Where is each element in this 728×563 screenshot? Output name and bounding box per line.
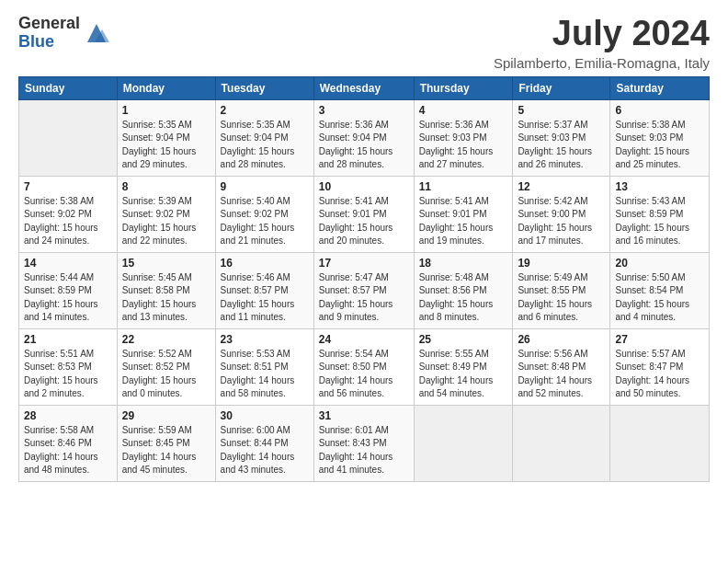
day-detail: Sunrise: 6:01 AM Sunset: 8:43 PM Dayligh…: [319, 424, 409, 477]
day-number: 31: [319, 409, 409, 422]
weekday-header-cell: Friday: [513, 76, 610, 99]
day-detail: Sunrise: 5:36 AM Sunset: 9:03 PM Dayligh…: [419, 119, 508, 172]
day-detail: Sunrise: 5:37 AM Sunset: 9:03 PM Dayligh…: [518, 119, 605, 172]
calendar-cell: 22Sunrise: 5:52 AM Sunset: 8:52 PM Dayli…: [117, 328, 215, 405]
calendar-cell: 24Sunrise: 5:54 AM Sunset: 8:50 PM Dayli…: [313, 328, 414, 405]
calendar-cell: 11Sunrise: 5:41 AM Sunset: 9:01 PM Dayli…: [414, 176, 513, 252]
weekday-header-cell: Sunday: [19, 76, 118, 99]
day-detail: Sunrise: 5:54 AM Sunset: 8:50 PM Dayligh…: [319, 348, 409, 401]
day-number: 30: [221, 409, 309, 422]
day-detail: Sunrise: 5:38 AM Sunset: 9:02 PM Dayligh…: [24, 195, 112, 248]
day-detail: Sunrise: 5:57 AM Sunset: 8:47 PM Dayligh…: [615, 348, 704, 401]
calendar-cell: 7Sunrise: 5:38 AM Sunset: 9:02 PM Daylig…: [19, 176, 118, 252]
calendar-cell: 16Sunrise: 5:46 AM Sunset: 8:57 PM Dayli…: [215, 252, 313, 328]
day-number: 19: [518, 257, 605, 270]
calendar-cell: 18Sunrise: 5:48 AM Sunset: 8:56 PM Dayli…: [414, 252, 513, 328]
calendar-cell: 2Sunrise: 5:35 AM Sunset: 9:04 PM Daylig…: [215, 99, 313, 176]
day-number: 24: [319, 333, 409, 346]
day-number: 15: [122, 257, 210, 270]
day-number: 13: [615, 180, 704, 193]
day-number: 23: [221, 333, 309, 346]
day-number: 26: [518, 333, 605, 346]
day-detail: Sunrise: 5:36 AM Sunset: 9:04 PM Dayligh…: [319, 119, 409, 172]
day-detail: Sunrise: 5:41 AM Sunset: 9:01 PM Dayligh…: [419, 195, 508, 248]
calendar-page: General Blue July 2024 Spilamberto, Emil…: [0, 0, 728, 497]
calendar-cell: 9Sunrise: 5:40 AM Sunset: 9:02 PM Daylig…: [215, 176, 313, 252]
calendar-cell: 5Sunrise: 5:37 AM Sunset: 9:03 PM Daylig…: [513, 99, 610, 176]
weekday-header-cell: Monday: [117, 76, 215, 99]
day-number: 27: [615, 333, 704, 346]
day-number: 8: [122, 180, 210, 193]
calendar-cell: 14Sunrise: 5:44 AM Sunset: 8:59 PM Dayli…: [19, 252, 118, 328]
day-detail: Sunrise: 5:52 AM Sunset: 8:52 PM Dayligh…: [122, 348, 210, 401]
calendar-cell: 26Sunrise: 5:56 AM Sunset: 8:48 PM Dayli…: [513, 328, 610, 405]
calendar-cell: 27Sunrise: 5:57 AM Sunset: 8:47 PM Dayli…: [610, 328, 710, 405]
calendar-cell: 19Sunrise: 5:49 AM Sunset: 8:55 PM Dayli…: [513, 252, 610, 328]
calendar-cell: 13Sunrise: 5:43 AM Sunset: 8:59 PM Dayli…: [610, 176, 710, 252]
logo-general-text: General: [18, 15, 80, 33]
day-detail: Sunrise: 5:58 AM Sunset: 8:46 PM Dayligh…: [24, 424, 112, 477]
day-number: 2: [221, 104, 309, 117]
title-block: July 2024 Spilamberto, Emilia-Romagna, I…: [494, 15, 710, 71]
header: General Blue July 2024 Spilamberto, Emil…: [18, 15, 710, 71]
day-number: 9: [221, 180, 309, 193]
calendar-cell: 31Sunrise: 6:01 AM Sunset: 8:43 PM Dayli…: [313, 405, 414, 481]
day-number: 17: [319, 257, 409, 270]
day-detail: Sunrise: 5:43 AM Sunset: 8:59 PM Dayligh…: [615, 195, 704, 248]
day-detail: Sunrise: 5:50 AM Sunset: 8:54 PM Dayligh…: [615, 271, 704, 325]
day-detail: Sunrise: 5:47 AM Sunset: 8:57 PM Dayligh…: [319, 271, 409, 325]
day-number: 25: [419, 333, 508, 346]
day-number: 22: [122, 333, 210, 346]
calendar-cell: 21Sunrise: 5:51 AM Sunset: 8:53 PM Dayli…: [19, 328, 118, 405]
day-detail: Sunrise: 5:40 AM Sunset: 9:02 PM Dayligh…: [221, 195, 309, 248]
calendar-cell: [513, 405, 610, 481]
day-number: 7: [24, 180, 112, 193]
day-detail: Sunrise: 5:48 AM Sunset: 8:56 PM Dayligh…: [419, 271, 508, 325]
calendar-cell: 15Sunrise: 5:45 AM Sunset: 8:58 PM Dayli…: [117, 252, 215, 328]
day-number: 12: [518, 180, 605, 193]
day-detail: Sunrise: 5:46 AM Sunset: 8:57 PM Dayligh…: [221, 271, 309, 325]
calendar-cell: [414, 405, 513, 481]
day-number: 10: [319, 180, 409, 193]
logo-icon: [84, 20, 109, 46]
calendar-cell: 25Sunrise: 5:55 AM Sunset: 8:49 PM Dayli…: [414, 328, 513, 405]
day-detail: Sunrise: 5:39 AM Sunset: 9:02 PM Dayligh…: [122, 195, 210, 248]
calendar-week-row: 14Sunrise: 5:44 AM Sunset: 8:59 PM Dayli…: [19, 252, 710, 328]
location-title: Spilamberto, Emilia-Romagna, Italy: [494, 55, 710, 71]
weekday-header-cell: Thursday: [414, 76, 513, 99]
calendar-cell: 6Sunrise: 5:38 AM Sunset: 9:03 PM Daylig…: [610, 99, 710, 176]
logo-blue-text: Blue: [18, 33, 80, 52]
day-number: 4: [419, 104, 508, 117]
day-detail: Sunrise: 5:35 AM Sunset: 9:04 PM Dayligh…: [221, 119, 309, 172]
calendar-cell: 3Sunrise: 5:36 AM Sunset: 9:04 PM Daylig…: [313, 99, 414, 176]
calendar-cell: 17Sunrise: 5:47 AM Sunset: 8:57 PM Dayli…: [313, 252, 414, 328]
day-detail: Sunrise: 5:41 AM Sunset: 9:01 PM Dayligh…: [319, 195, 409, 248]
day-detail: Sunrise: 5:55 AM Sunset: 8:49 PM Dayligh…: [419, 348, 508, 401]
day-number: 29: [122, 409, 210, 422]
calendar-cell: [19, 99, 118, 176]
day-detail: Sunrise: 5:51 AM Sunset: 8:53 PM Dayligh…: [24, 348, 112, 401]
day-detail: Sunrise: 5:38 AM Sunset: 9:03 PM Dayligh…: [615, 119, 704, 172]
day-number: 18: [419, 257, 508, 270]
day-detail: Sunrise: 6:00 AM Sunset: 8:44 PM Dayligh…: [221, 424, 309, 477]
calendar-table: SundayMondayTuesdayWednesdayThursdayFrid…: [18, 76, 710, 482]
day-number: 6: [615, 104, 704, 117]
calendar-week-row: 28Sunrise: 5:58 AM Sunset: 8:46 PM Dayli…: [19, 405, 710, 481]
day-detail: Sunrise: 5:59 AM Sunset: 8:45 PM Dayligh…: [122, 424, 210, 477]
calendar-body: 1Sunrise: 5:35 AM Sunset: 9:04 PM Daylig…: [19, 99, 710, 481]
day-detail: Sunrise: 5:45 AM Sunset: 8:58 PM Dayligh…: [122, 271, 210, 325]
day-number: 5: [518, 104, 605, 117]
calendar-week-row: 7Sunrise: 5:38 AM Sunset: 9:02 PM Daylig…: [19, 176, 710, 252]
day-number: 16: [221, 257, 309, 270]
day-number: 20: [615, 257, 704, 270]
day-detail: Sunrise: 5:35 AM Sunset: 9:04 PM Dayligh…: [122, 119, 210, 172]
calendar-cell: 10Sunrise: 5:41 AM Sunset: 9:01 PM Dayli…: [313, 176, 414, 252]
calendar-week-row: 1Sunrise: 5:35 AM Sunset: 9:04 PM Daylig…: [19, 99, 710, 176]
weekday-header-cell: Tuesday: [215, 76, 313, 99]
calendar-cell: 30Sunrise: 6:00 AM Sunset: 8:44 PM Dayli…: [215, 405, 313, 481]
logo: General Blue: [18, 15, 109, 52]
calendar-cell: 28Sunrise: 5:58 AM Sunset: 8:46 PM Dayli…: [19, 405, 118, 481]
logo-text: General Blue: [18, 15, 80, 52]
calendar-cell: 20Sunrise: 5:50 AM Sunset: 8:54 PM Dayli…: [610, 252, 710, 328]
day-number: 11: [419, 180, 508, 193]
